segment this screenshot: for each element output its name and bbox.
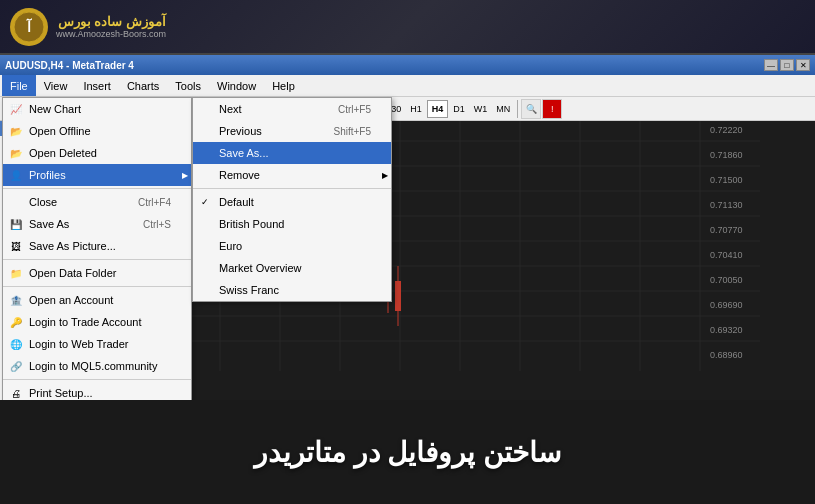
profiles-arrow: ▶ [182, 171, 188, 180]
remove-arrow: ▶ [382, 171, 388, 180]
menu-file[interactable]: File [2, 75, 36, 96]
svg-text:0.72220: 0.72220 [710, 125, 743, 135]
mt4-window: AUDUSD,H4 - MetaTrader 4 — □ ✕ File View… [0, 55, 815, 400]
market-overview-icon [198, 260, 214, 276]
save-as-label: Save As [29, 218, 69, 230]
svg-text:0.71500: 0.71500 [710, 175, 743, 185]
tf-d1[interactable]: D1 [449, 100, 469, 118]
header-bar: آ آموزش ساده بورس www.Amoozesh-Boors.com [0, 0, 815, 55]
print-setup-icon: 🖨 [8, 385, 24, 400]
open-offline-icon: 📂 [8, 123, 24, 139]
menu-close[interactable]: Close Ctrl+F4 [3, 191, 191, 213]
menu-window[interactable]: Window [209, 75, 264, 96]
open-data-icon: 📁 [8, 265, 24, 281]
next-icon [198, 101, 214, 117]
menu-open-account[interactable]: 🏦 Open an Account [3, 289, 191, 311]
svg-text:0.69320: 0.69320 [710, 325, 743, 335]
submenu-swiss-franc[interactable]: Swiss Franc [193, 279, 391, 301]
file-menu-dropdown: 📈 New Chart 📂 Open Offline 📂 Open Delete… [2, 97, 192, 400]
menu-tools[interactable]: Tools [167, 75, 209, 96]
svg-text:0.71130: 0.71130 [710, 200, 743, 210]
menu-print-setup[interactable]: 🖨 Print Setup... [3, 382, 191, 400]
logo-icon: آ [10, 8, 48, 46]
profiles-submenu: Next Ctrl+F5 Previous Shift+F5 Save As..… [192, 97, 392, 302]
login-trade-label: Login to Trade Account [29, 316, 142, 328]
open-deleted-icon: 📂 [8, 145, 24, 161]
toolbar-search[interactable]: 🔍 [521, 99, 541, 119]
submenu-british-pound[interactable]: British Pound [193, 213, 391, 235]
menu-open-offline[interactable]: 📂 Open Offline [3, 120, 191, 142]
next-label: Next [219, 103, 242, 115]
menu-sep2 [3, 259, 191, 260]
title-bar: AUDUSD,H4 - MetaTrader 4 — □ ✕ [0, 55, 815, 75]
menu-help[interactable]: Help [264, 75, 303, 96]
svg-text:0.70770: 0.70770 [710, 225, 743, 235]
tf-mn[interactable]: MN [492, 100, 514, 118]
open-offline-label: Open Offline [29, 125, 91, 137]
svg-text:0.69690: 0.69690 [710, 300, 743, 310]
menu-save-as[interactable]: 💾 Save As Ctrl+S [3, 213, 191, 235]
toolbar-sep5 [517, 100, 518, 118]
menu-open-deleted[interactable]: 📂 Open Deleted [3, 142, 191, 164]
menu-open-data[interactable]: 📁 Open Data Folder [3, 262, 191, 284]
swiss-franc-icon [198, 282, 214, 298]
maximize-button[interactable]: □ [780, 59, 794, 71]
swiss-franc-label: Swiss Franc [219, 284, 279, 296]
remove-label: Remove [219, 169, 260, 181]
default-label: Default [219, 196, 254, 208]
menu-sep1 [3, 188, 191, 189]
svg-text:0.70050: 0.70050 [710, 275, 743, 285]
menu-save-as-picture[interactable]: 🖼 Save As Picture... [3, 235, 191, 257]
save-as-icon: 💾 [8, 216, 24, 232]
login-mql5-icon: 🔗 [8, 358, 24, 374]
menu-profiles[interactable]: 👤 Profiles ▶ [3, 164, 191, 186]
new-chart-label: New Chart [29, 103, 81, 115]
minimize-button[interactable]: — [764, 59, 778, 71]
remove-icon [198, 167, 214, 183]
submenu-sep1 [193, 188, 391, 189]
menu-login-trade[interactable]: 🔑 Login to Trade Account [3, 311, 191, 333]
logo-title-en: www.Amoozesh-Boors.com [56, 29, 166, 39]
new-chart-icon: 📈 [8, 101, 24, 117]
menu-login-mql5[interactable]: 🔗 Login to MQL5.community [3, 355, 191, 377]
close-label: Close [29, 196, 57, 208]
euro-label: Euro [219, 240, 242, 252]
persian-title: ساختن پروفایل در متاتریدر [254, 436, 561, 469]
logo-area: آ آموزش ساده بورس www.Amoozesh-Boors.com [10, 8, 166, 46]
submenu-euro[interactable]: Euro [193, 235, 391, 257]
menu-charts[interactable]: Charts [119, 75, 167, 96]
next-shortcut: Ctrl+F5 [338, 104, 371, 115]
saveas-label: Save As... [219, 147, 269, 159]
tf-h1[interactable]: H1 [406, 100, 426, 118]
submenu-next[interactable]: Next Ctrl+F5 [193, 98, 391, 120]
save-as-picture-icon: 🖼 [8, 238, 24, 254]
profiles-label: Profiles [29, 169, 66, 181]
menu-insert[interactable]: Insert [75, 75, 119, 96]
close-button[interactable]: ✕ [796, 59, 810, 71]
toolbar-alert[interactable]: ! [542, 99, 562, 119]
submenu-remove[interactable]: Remove ▶ [193, 164, 391, 186]
market-overview-label: Market Overview [219, 262, 302, 274]
menu-new-chart[interactable]: 📈 New Chart [3, 98, 191, 120]
profiles-icon: 👤 [8, 167, 24, 183]
menu-sep3 [3, 286, 191, 287]
submenu-save-as[interactable]: Save As... [193, 142, 391, 164]
previous-shortcut: Shift+F5 [333, 126, 371, 137]
submenu-previous[interactable]: Previous Shift+F5 [193, 120, 391, 142]
tf-h4[interactable]: H4 [427, 100, 449, 118]
euro-icon [198, 238, 214, 254]
menu-login-web[interactable]: 🌐 Login to Web Trader [3, 333, 191, 355]
print-setup-label: Print Setup... [29, 387, 93, 399]
close-shortcut: Ctrl+F4 [138, 197, 171, 208]
tf-w1[interactable]: W1 [470, 100, 492, 118]
submenu-default[interactable]: ✓ Default [193, 191, 391, 213]
svg-text:0.71860: 0.71860 [710, 150, 743, 160]
menu-view[interactable]: View [36, 75, 76, 96]
login-mql5-label: Login to MQL5.community [29, 360, 157, 372]
svg-text:0.68960: 0.68960 [710, 350, 743, 360]
login-trade-icon: 🔑 [8, 314, 24, 330]
logo-title-fa: آموزش ساده بورس [56, 14, 166, 29]
submenu-market-overview[interactable]: Market Overview [193, 257, 391, 279]
open-data-label: Open Data Folder [29, 267, 116, 279]
bottom-bar: ساختن پروفایل در متاتریدر [0, 400, 815, 504]
